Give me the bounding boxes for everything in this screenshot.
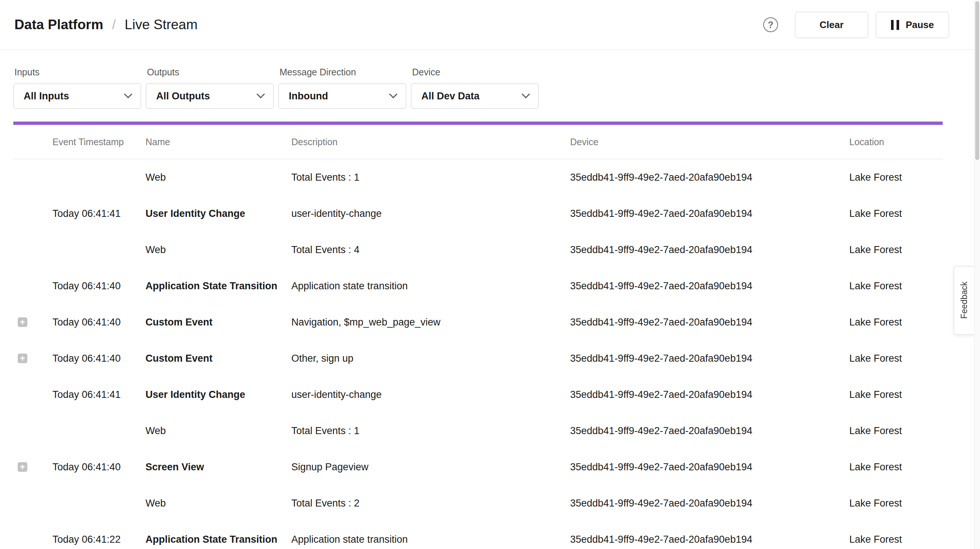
event-description: user-identity-change (291, 389, 570, 401)
event-device: 35eddb41-9ff9-49e2-7aed-20afa90eb194 (570, 208, 849, 219)
event-location: Lake Forest (849, 208, 943, 219)
event-device: 35eddb41-9ff9-49e2-7aed-20afa90eb194 (570, 172, 849, 183)
event-timestamp: Today 06:41:41 (52, 389, 145, 401)
event-timestamp: Today 06:41:40 (52, 353, 145, 364)
chevron-down-icon (522, 90, 530, 99)
event-timestamp: Today 06:41:40 (52, 317, 145, 328)
event-name: User Identity Change (145, 208, 291, 219)
clear-button[interactable]: Clear (795, 12, 868, 38)
table-row: Today 06:41:40Application State Transiti… (13, 268, 943, 304)
table-row: WebTotal Events : 435eddb41-9ff9-49e2-7a… (13, 231, 943, 268)
event-name: Web (145, 244, 291, 256)
feedback-tab[interactable]: Feedback (954, 266, 974, 335)
event-description: user-identity-change (291, 208, 570, 219)
column-header-event-timestamp: Event Timestamp (52, 137, 145, 147)
table-row: +Today 06:41:40Custom EventNavigation, $… (13, 304, 943, 340)
event-location: Lake Forest (849, 244, 943, 256)
breadcrumb-separator: / (112, 17, 116, 32)
event-device: 35eddb41-9ff9-49e2-7aed-20afa90eb194 (570, 244, 849, 256)
pause-button[interactable]: Pause (876, 12, 949, 38)
help-icon[interactable]: ? (763, 18, 778, 32)
outputs-select-value: All Outputs (156, 91, 210, 102)
breadcrumb: Data Platform / Live Stream (14, 17, 197, 32)
event-location: Lake Forest (849, 389, 943, 401)
event-name: Web (145, 172, 291, 183)
expand-icon[interactable]: + (18, 354, 27, 363)
top-bar: Data Platform / Live Stream ? Clear Paus… (0, 0, 980, 50)
table-row: Today 06:41:22Application State Transiti… (13, 521, 943, 549)
event-description: Signup Pageview (291, 461, 570, 473)
event-device: 35eddb41-9ff9-49e2-7aed-20afa90eb194 (570, 425, 849, 437)
event-device: 35eddb41-9ff9-49e2-7aed-20afa90eb194 (570, 461, 849, 473)
event-description: Navigation, $mp_web_page_view (291, 317, 570, 328)
feedback-tab-label: Feedback (959, 281, 969, 319)
device-select[interactable]: All Dev Data (411, 83, 539, 109)
event-location: Lake Forest (849, 317, 943, 328)
event-description: Total Events : 4 (291, 244, 570, 256)
outputs-select[interactable]: All Outputs (146, 83, 274, 109)
chevron-down-icon (257, 90, 265, 99)
breadcrumb-live-stream: Live Stream (125, 17, 197, 32)
filter-outputs: Outputs All Outputs (146, 67, 274, 109)
event-device: 35eddb41-9ff9-49e2-7aed-20afa90eb194 (570, 317, 849, 328)
row-icon-cell: + (13, 462, 52, 472)
event-description: Application state transition (291, 534, 570, 545)
event-name: Custom Event (145, 353, 291, 364)
message-direction-label: Message Direction (280, 67, 406, 78)
pause-button-label: Pause (906, 19, 934, 31)
column-header-name: Name (145, 137, 291, 147)
event-location: Lake Forest (849, 172, 943, 183)
event-description: Total Events : 1 (291, 172, 570, 183)
filter-device: Device All Dev Data (411, 67, 539, 109)
inputs-select[interactable]: All Inputs (13, 83, 141, 109)
table-row: WebTotal Events : 135eddb41-9ff9-49e2-7a… (13, 413, 943, 449)
event-timestamp: Today 06:41:40 (52, 281, 145, 292)
column-header-device: Device (570, 137, 849, 147)
event-description: Application state transition (291, 281, 570, 292)
event-timestamp: Today 06:41:22 (52, 534, 145, 545)
expand-icon[interactable]: + (18, 318, 27, 327)
event-name: Custom Event (145, 317, 291, 328)
message-direction-select[interactable]: Inbound (278, 83, 406, 109)
live-stream-table: Event Timestamp Name Description Device … (13, 125, 943, 549)
event-device: 35eddb41-9ff9-49e2-7aed-20afa90eb194 (570, 498, 849, 509)
column-header-description: Description (291, 137, 570, 147)
event-device: 35eddb41-9ff9-49e2-7aed-20afa90eb194 (570, 281, 849, 292)
event-name: Application State Transition (145, 534, 291, 545)
table-row: +Today 06:41:40Screen ViewSignup Pagevie… (13, 449, 943, 485)
device-label: Device (412, 67, 539, 78)
table-header-row: Event Timestamp Name Description Device … (13, 125, 943, 159)
table-body: WebTotal Events : 135eddb41-9ff9-49e2-7a… (13, 159, 943, 549)
event-location: Lake Forest (849, 353, 943, 364)
event-name: Web (145, 498, 291, 509)
table-row: WebTotal Events : 135eddb41-9ff9-49e2-7a… (13, 159, 943, 195)
device-select-value: All Dev Data (421, 91, 480, 102)
inputs-label: Inputs (14, 67, 141, 78)
event-name: User Identity Change (145, 389, 291, 401)
event-timestamp: Today 06:41:41 (52, 208, 145, 219)
event-location: Lake Forest (849, 425, 943, 437)
scrollbar-thumb[interactable] (975, 1, 979, 160)
event-description: Total Events : 1 (291, 425, 570, 437)
event-timestamp: Today 06:41:40 (52, 461, 145, 473)
event-location: Lake Forest (849, 461, 943, 473)
topbar-actions: ? Clear Pause (763, 12, 949, 38)
filters-bar: Inputs All Inputs Outputs All Outputs Me… (13, 67, 943, 109)
table-row: +Today 06:41:40Custom EventOther, sign u… (13, 340, 943, 377)
expand-icon[interactable]: + (18, 462, 27, 472)
message-direction-select-value: Inbound (289, 91, 328, 102)
outputs-label: Outputs (147, 67, 274, 78)
table-row: Today 06:41:41User Identity Changeuser-i… (13, 195, 943, 231)
column-header-location: Location (849, 137, 943, 147)
scrollbar-track[interactable] (974, 0, 980, 549)
table-row: WebTotal Events : 235eddb41-9ff9-49e2-7a… (13, 485, 943, 521)
event-device: 35eddb41-9ff9-49e2-7aed-20afa90eb194 (570, 389, 849, 401)
chevron-down-icon (124, 90, 132, 99)
row-icon-cell: + (13, 354, 52, 363)
table-row: Today 06:41:41User Identity Changeuser-i… (13, 377, 943, 413)
event-name: Application State Transition (145, 281, 291, 292)
breadcrumb-data-platform[interactable]: Data Platform (14, 17, 103, 32)
event-location: Lake Forest (849, 534, 943, 545)
event-name: Screen View (145, 461, 291, 473)
chevron-down-icon (389, 90, 398, 99)
